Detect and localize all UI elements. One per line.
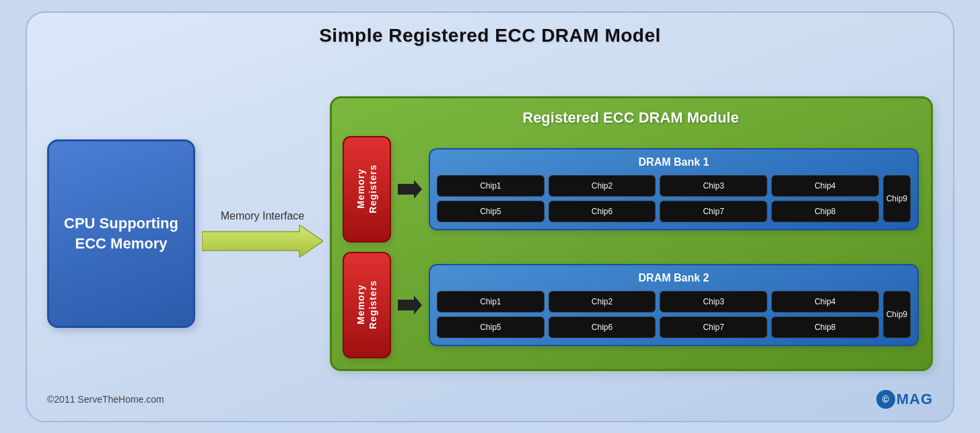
registers-box-1: MemoryRegisters	[343, 136, 391, 242]
svg-marker-0	[202, 225, 323, 257]
chip8-1: Chip8	[771, 201, 879, 222]
chip2-1: Chip2	[549, 175, 656, 197]
chip5-2: Chip5	[437, 317, 545, 338]
small-arrow-1	[398, 178, 422, 200]
arrow-area: Memory Interface	[195, 139, 330, 328]
chip8-2: Chip8	[771, 317, 879, 338]
main-arrow	[202, 225, 323, 257]
chip7-2: Chip7	[660, 317, 767, 338]
chips-grid-2: Chip1 Chip2 Chip3 Chip4 Chip9 Chip5 Chip…	[437, 291, 911, 338]
chip9-1: Chip9	[883, 175, 911, 222]
module-container: Registered ECC DRAM Module MemoryRegiste…	[330, 96, 933, 371]
chip5-1: Chip5	[437, 201, 545, 222]
dram-bank-1: DRAM Bank 1 Chip1 Chip2 Chip3 Chip4 Chip…	[429, 148, 919, 230]
module-title: Registered ECC DRAM Module	[343, 109, 919, 127]
logo-circle-symbol: ©	[882, 394, 889, 405]
logo-text: MAG	[897, 391, 933, 408]
cpu-box: CPU Supporting ECC Memory	[47, 139, 195, 328]
chip7-1: Chip7	[660, 201, 767, 222]
bank-title-2: DRAM Bank 2	[437, 272, 911, 284]
logo-circle-icon: ©	[876, 390, 895, 409]
chip3-2: Chip3	[660, 291, 767, 312]
footer-row: ©2011 ServeTheHome.com © MAG	[47, 390, 933, 409]
outer-container: Simple Registered ECC DRAM Model CPU Sup…	[26, 11, 954, 422]
chip2-2: Chip2	[549, 291, 656, 312]
diagram-area: CPU Supporting ECC Memory Memory Interfa…	[47, 59, 933, 409]
chip3-1: Chip3	[660, 175, 767, 197]
chip6-2: Chip6	[549, 317, 656, 338]
logo-area: © MAG	[876, 390, 933, 409]
chip9-2: Chip9	[883, 291, 911, 338]
bank-row-1: MemoryRegisters DRAM Bank 1 Chip1 Chip2 …	[343, 136, 919, 242]
registers-box-2: MemoryRegisters	[343, 252, 391, 358]
svg-marker-2	[398, 296, 422, 314]
banks-row: MemoryRegisters DRAM Bank 1 Chip1 Chip2 …	[343, 136, 919, 358]
chip1-1: Chip1	[437, 175, 545, 197]
chip1-2: Chip1	[437, 291, 545, 312]
bank-row-2: MemoryRegisters DRAM Bank 2 Chip1 Chip2 …	[343, 252, 919, 358]
small-arrow-2	[398, 294, 422, 316]
cpu-label: CPU Supporting ECC Memory	[57, 207, 185, 260]
copyright-text: ©2011 ServeTheHome.com	[47, 394, 164, 405]
chip4-2: Chip4	[771, 291, 879, 312]
bank-title-1: DRAM Bank 1	[437, 156, 911, 168]
svg-marker-1	[398, 180, 422, 199]
chip4-1: Chip4	[771, 175, 879, 197]
registers-label-2: MemoryRegisters	[355, 280, 379, 329]
memory-interface-label: Memory Interface	[221, 210, 304, 222]
chip6-1: Chip6	[549, 201, 656, 222]
dram-bank-2: DRAM Bank 2 Chip1 Chip2 Chip3 Chip4 Chip…	[429, 264, 919, 346]
page-title: Simple Registered ECC DRAM Model	[319, 25, 661, 46]
registers-label-1: MemoryRegisters	[355, 164, 379, 213]
chips-grid-1: Chip1 Chip2 Chip3 Chip4 Chip9 Chip5 Chip…	[437, 175, 911, 222]
